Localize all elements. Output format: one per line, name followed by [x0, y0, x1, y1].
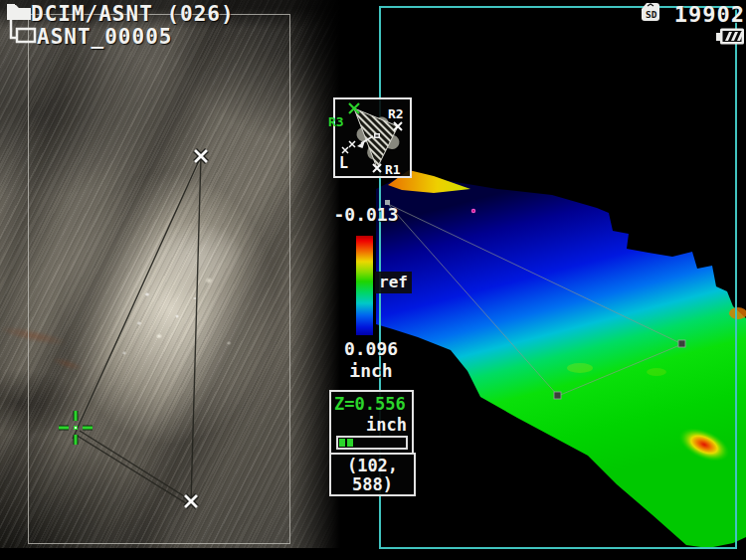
coord-line-1: (102,: [331, 457, 414, 475]
measurement-lines: [73, 156, 201, 503]
file-counter: 19902: [660, 2, 745, 27]
z-value: Z=0.556: [334, 394, 406, 414]
active-cursor-crosshair[interactable]: [59, 411, 93, 445]
meter-segment: [339, 439, 345, 447]
confidence-meter: [336, 436, 408, 450]
sd-icon-label: SD: [646, 9, 657, 20]
meter-segment: [347, 439, 353, 447]
reference-plane-icon: R3 R2 R1 L: [330, 96, 414, 180]
depth-color-scale: [356, 236, 373, 335]
folder-path: DCIM/ASNT (026): [31, 2, 235, 26]
r3-label: R3: [328, 114, 344, 129]
battery-icon: [716, 27, 746, 47]
3d-pane-border: [379, 6, 737, 549]
scale-min-value: 0.096: [333, 338, 409, 359]
ref-level-label: ref: [375, 272, 412, 293]
scale-max-value: -0.013: [328, 204, 404, 225]
r1-label: R1: [385, 162, 401, 177]
depth-readout-box: Z=0.556 inch: [329, 390, 414, 455]
z-unit: inch: [366, 415, 407, 435]
cursor-coordinate-box: (102, 588): [329, 453, 416, 496]
file-icon: [8, 18, 40, 46]
measurement-overlay: [0, 0, 378, 548]
sd-card-icon: SD: [639, 1, 662, 25]
r2-label: R2: [388, 106, 404, 121]
l-label: L: [339, 154, 348, 172]
file-name: ASNT_00005: [37, 25, 172, 49]
videoscope-screen: DCIM/ASNT (026) ASNT_00005 SD 19902: [0, 0, 746, 560]
scale-unit: inch: [333, 360, 409, 381]
coord-line-2: 588): [331, 475, 414, 494]
